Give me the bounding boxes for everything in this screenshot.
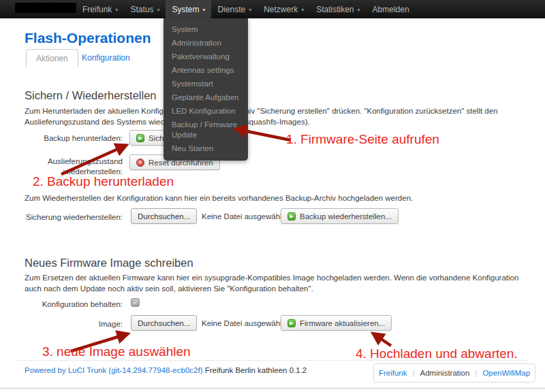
flash-firmware-button[interactable]: ▶ Firmware aktualisieren... (281, 315, 392, 331)
nav-item-label: System (172, 5, 199, 14)
footer-link-freifunk[interactable]: Freifunk (379, 369, 407, 377)
menu-item-paketverwaltung[interactable]: Paketverwaltung (164, 50, 248, 63)
menu-item-neu-starten[interactable]: Neu Starten (164, 142, 248, 155)
menu-item-geplante-aufgaben[interactable]: Geplante Aufgaben (164, 91, 248, 104)
reset-icon: ✕ (136, 159, 144, 167)
footer-nav-box: Freifunk | Administration | OpenWifiMap (373, 363, 535, 382)
annotation-step2: 2. Backup herunterladen (33, 174, 174, 189)
browse-backup-button-label: Durchsuchen... (138, 212, 190, 220)
viewport-bottom-line (0, 388, 545, 389)
footer-separator: | (413, 369, 415, 377)
chevron-down-icon: ▾ (115, 6, 118, 13)
section-heading-new-firmware: Neues Firmware Image schreiben (25, 257, 193, 270)
annotation-step4: 4. Hochladen und abwarten. (356, 346, 518, 361)
luci-version-link[interactable]: Powered by LuCI Trunk (git-14.294.77948-… (25, 366, 202, 374)
restore-backup-button[interactable]: ▶ Backup wiederherstellen... (281, 208, 399, 224)
menu-item-led-konfiguration[interactable]: LED Konfiguration (164, 104, 248, 118)
chevron-down-icon: ▾ (157, 6, 159, 13)
menu-item-systemstart[interactable]: Systemstart (164, 77, 248, 91)
image-no-file-selected: Keine Datei ausgewählt. (202, 319, 286, 327)
chevron-down-icon: ▾ (202, 6, 205, 13)
nav-item-label: Abmelden (373, 5, 409, 14)
backup-download-label: Backup herunterladen: (19, 133, 123, 144)
check-icon: ✓ (133, 299, 138, 306)
section-heading-backup-restore: Sichern / Wiederherstellen (25, 89, 157, 102)
menu-item-antennas-settings[interactable]: Antennas settings (164, 63, 248, 77)
flash-firmware-button-label: Firmware aktualisieren... (300, 319, 385, 327)
nav-menu: Freifunk ▾ Status ▾ System ▾ Dienste ▾ N… (76, 0, 416, 18)
browse-image-button-label: Durchsuchen... (138, 319, 190, 327)
firmware-description: Zum Ersetzen der aktuellen Firmware kann… (25, 272, 520, 294)
chevron-down-icon: ▾ (301, 6, 304, 13)
apply-icon: ▶ (287, 212, 296, 220)
annotation-step1: 1. Firmware-Seite aufrufen (286, 132, 439, 147)
keep-config-label: Konfiguration behalten: (19, 299, 123, 310)
nav-item-status[interactable]: Status ▾ (124, 0, 166, 18)
footer-separator: | (475, 369, 477, 377)
menu-item-administration[interactable]: Administration (164, 36, 248, 50)
tab-aktionen[interactable]: Aktionen (26, 49, 78, 67)
nav-item-label: Freifunk (82, 5, 112, 14)
nav-item-label: Dienste (217, 5, 245, 14)
top-navbar: Freifunk ▾ Status ▾ System ▾ Dienste ▾ N… (0, 0, 545, 18)
image-label: Image: (19, 319, 123, 329)
apply-icon: ▶ (136, 134, 144, 142)
nav-item-netzwerk[interactable]: Netzwerk ▾ (258, 0, 310, 18)
annotation-arrow-4 (374, 334, 391, 346)
chevron-down-icon: ▾ (358, 6, 360, 13)
menu-item-backup-firmware-update[interactable]: Backup / Firmware Update (164, 118, 248, 142)
browse-backup-file-button[interactable]: Durchsuchen... (131, 208, 197, 224)
browse-image-file-button[interactable]: Durchsuchen... (131, 315, 197, 331)
nav-item-system[interactable]: System ▾ (166, 0, 211, 18)
nav-item-freifunk[interactable]: Freifunk ▾ (76, 0, 124, 18)
footer-credits: Powered by LuCI Trunk (git-14.294.77948-… (25, 366, 307, 374)
nav-item-label: Status (130, 5, 153, 14)
backup-description: Zum Herunterladen der aktuellen Konfigur… (25, 105, 520, 127)
system-dropdown-menu: System Administration Paketverwaltung An… (164, 18, 248, 161)
restore-description: Zum Wiederherstellen der Konfiguration k… (25, 193, 520, 203)
hostname-redacted (15, 3, 76, 13)
backup-no-file-selected: Keine Datei ausgewählt. (202, 212, 286, 220)
restore-backup-button-label: Backup wiederherstellen... (300, 212, 392, 220)
footer-link-openwifimap[interactable]: OpenWifiMap (482, 369, 530, 377)
page-title: Flash-Operationen (25, 30, 151, 46)
nav-item-dienste[interactable]: Dienste ▾ (211, 0, 258, 18)
nav-item-label: Statistiken (316, 5, 354, 14)
restore-backup-label: Sicherung wiederherstellen: (19, 212, 123, 223)
footer-link-administration[interactable]: Administration (420, 369, 470, 377)
annotation-step3: 3. neue Image auswählen (42, 344, 191, 359)
nav-item-abmelden[interactable]: Abmelden (367, 0, 416, 18)
tab-konfiguration[interactable]: Konfiguration (75, 49, 137, 67)
keep-config-checkbox[interactable]: ✓ (131, 298, 140, 307)
apply-icon: ▶ (287, 319, 296, 327)
nav-item-statistiken[interactable]: Statistiken ▾ (310, 0, 366, 18)
nav-item-label: Netzwerk (264, 5, 298, 14)
menu-item-system[interactable]: System (164, 22, 248, 36)
distro-version-text: Freifunk Berlin kathleen 0.1.2 (205, 366, 307, 374)
chevron-down-icon: ▾ (249, 6, 251, 13)
